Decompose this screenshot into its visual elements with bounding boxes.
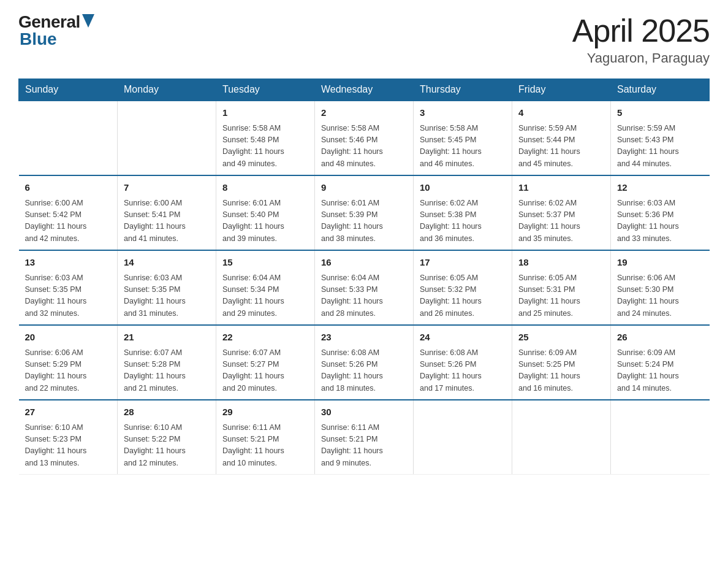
day-info: Sunrise: 6:07 AM Sunset: 5:28 PM Dayligh…: [124, 347, 210, 395]
day-info: Sunrise: 6:09 AM Sunset: 5:25 PM Dayligh…: [518, 347, 604, 395]
calendar-cell: 17Sunrise: 6:05 AM Sunset: 5:32 PM Dayli…: [414, 250, 512, 325]
day-info: Sunrise: 6:08 AM Sunset: 5:26 PM Dayligh…: [321, 347, 407, 395]
day-number: 29: [222, 405, 308, 419]
weekday-header-thursday: Thursday: [414, 79, 512, 101]
day-number: 22: [222, 331, 308, 345]
day-info: Sunrise: 6:08 AM Sunset: 5:26 PM Dayligh…: [420, 347, 506, 395]
calendar-cell: 19Sunrise: 6:06 AM Sunset: 5:30 PM Dayli…: [611, 250, 710, 325]
day-info: Sunrise: 6:05 AM Sunset: 5:32 PM Dayligh…: [420, 272, 506, 320]
day-number: 19: [617, 256, 703, 270]
day-info: Sunrise: 6:07 AM Sunset: 5:27 PM Dayligh…: [222, 347, 308, 395]
calendar-cell: 6Sunrise: 6:00 AM Sunset: 5:42 PM Daylig…: [19, 175, 118, 250]
calendar-cell: 23Sunrise: 6:08 AM Sunset: 5:26 PM Dayli…: [315, 325, 414, 400]
day-info: Sunrise: 6:10 AM Sunset: 5:22 PM Dayligh…: [124, 422, 210, 470]
calendar-cell: 30Sunrise: 6:11 AM Sunset: 5:21 PM Dayli…: [315, 400, 414, 475]
day-number: 21: [124, 331, 210, 345]
day-info: Sunrise: 6:06 AM Sunset: 5:29 PM Dayligh…: [25, 347, 112, 395]
calendar-cell: [118, 101, 216, 175]
calendar-cell: 4Sunrise: 5:59 AM Sunset: 5:44 PM Daylig…: [512, 101, 611, 175]
calendar-cell: 7Sunrise: 6:00 AM Sunset: 5:41 PM Daylig…: [118, 175, 216, 250]
logo: General Blue: [18, 12, 94, 49]
calendar-cell: 25Sunrise: 6:09 AM Sunset: 5:25 PM Dayli…: [512, 325, 611, 400]
day-number: 26: [617, 331, 703, 345]
calendar-cell: 11Sunrise: 6:02 AM Sunset: 5:37 PM Dayli…: [512, 175, 611, 250]
calendar-week-row: 6Sunrise: 6:00 AM Sunset: 5:42 PM Daylig…: [19, 175, 710, 250]
calendar-cell: 21Sunrise: 6:07 AM Sunset: 5:28 PM Dayli…: [118, 325, 216, 400]
day-number: 30: [321, 405, 407, 419]
calendar-cell: [611, 400, 710, 475]
calendar-cell: 26Sunrise: 6:09 AM Sunset: 5:24 PM Dayli…: [611, 325, 710, 400]
logo-blue-text: Blue: [20, 29, 57, 49]
day-number: 24: [420, 331, 506, 345]
weekday-header-saturday: Saturday: [611, 79, 710, 101]
calendar-cell: 12Sunrise: 6:03 AM Sunset: 5:36 PM Dayli…: [611, 175, 710, 250]
day-number: 4: [518, 106, 604, 120]
day-info: Sunrise: 6:04 AM Sunset: 5:34 PM Dayligh…: [222, 272, 308, 320]
day-info: Sunrise: 5:58 AM Sunset: 5:45 PM Dayligh…: [420, 123, 506, 170]
calendar-cell: 8Sunrise: 6:01 AM Sunset: 5:40 PM Daylig…: [216, 175, 315, 250]
day-info: Sunrise: 5:58 AM Sunset: 5:48 PM Dayligh…: [222, 123, 308, 170]
day-info: Sunrise: 6:03 AM Sunset: 5:35 PM Dayligh…: [25, 272, 112, 320]
calendar-cell: 16Sunrise: 6:04 AM Sunset: 5:33 PM Dayli…: [315, 250, 414, 325]
location-subtitle: Yaguaron, Paraguay: [572, 50, 710, 66]
calendar-cell: 3Sunrise: 5:58 AM Sunset: 5:45 PM Daylig…: [414, 101, 512, 175]
day-info: Sunrise: 6:05 AM Sunset: 5:31 PM Dayligh…: [518, 272, 604, 320]
day-number: 27: [25, 405, 112, 419]
day-info: Sunrise: 6:00 AM Sunset: 5:42 PM Dayligh…: [25, 197, 112, 245]
day-number: 11: [518, 181, 604, 195]
weekday-header-row: SundayMondayTuesdayWednesdayThursdayFrid…: [19, 79, 710, 101]
day-info: Sunrise: 6:01 AM Sunset: 5:40 PM Dayligh…: [222, 197, 308, 245]
calendar-cell: 28Sunrise: 6:10 AM Sunset: 5:22 PM Dayli…: [118, 400, 216, 475]
day-info: Sunrise: 6:11 AM Sunset: 5:21 PM Dayligh…: [321, 422, 407, 470]
day-number: 7: [124, 181, 210, 195]
day-info: Sunrise: 6:10 AM Sunset: 5:23 PM Dayligh…: [25, 422, 112, 470]
day-number: 3: [420, 106, 506, 120]
calendar-cell: 2Sunrise: 5:58 AM Sunset: 5:46 PM Daylig…: [315, 101, 414, 175]
svg-marker-0: [82, 14, 94, 28]
day-number: 23: [321, 331, 407, 345]
day-number: 20: [25, 331, 112, 345]
day-info: Sunrise: 6:03 AM Sunset: 5:35 PM Dayligh…: [124, 272, 210, 320]
day-info: Sunrise: 6:04 AM Sunset: 5:33 PM Dayligh…: [321, 272, 407, 320]
day-number: 14: [124, 256, 210, 270]
calendar-cell: 14Sunrise: 6:03 AM Sunset: 5:35 PM Dayli…: [118, 250, 216, 325]
title-area: April 2025 Yaguaron, Paraguay: [572, 12, 710, 66]
day-info: Sunrise: 6:02 AM Sunset: 5:38 PM Dayligh…: [420, 197, 506, 245]
calendar-table: SundayMondayTuesdayWednesdayThursdayFrid…: [18, 79, 710, 475]
calendar-cell: [512, 400, 611, 475]
day-info: Sunrise: 6:01 AM Sunset: 5:39 PM Dayligh…: [321, 197, 407, 245]
day-number: 16: [321, 256, 407, 270]
day-info: Sunrise: 5:59 AM Sunset: 5:44 PM Dayligh…: [518, 123, 604, 170]
calendar-week-row: 13Sunrise: 6:03 AM Sunset: 5:35 PM Dayli…: [19, 250, 710, 325]
weekday-header-sunday: Sunday: [19, 79, 118, 101]
day-number: 12: [617, 181, 703, 195]
day-number: 1: [222, 106, 308, 120]
day-info: Sunrise: 5:59 AM Sunset: 5:43 PM Dayligh…: [617, 123, 703, 170]
day-number: 13: [25, 256, 112, 270]
day-info: Sunrise: 6:02 AM Sunset: 5:37 PM Dayligh…: [518, 197, 604, 245]
day-number: 6: [25, 181, 112, 195]
calendar-cell: 27Sunrise: 6:10 AM Sunset: 5:23 PM Dayli…: [19, 400, 118, 475]
calendar-cell: [19, 101, 118, 175]
day-number: 8: [222, 181, 308, 195]
day-number: 25: [518, 331, 604, 345]
calendar-cell: 9Sunrise: 6:01 AM Sunset: 5:39 PM Daylig…: [315, 175, 414, 250]
weekday-header-wednesday: Wednesday: [315, 79, 414, 101]
day-number: 2: [321, 106, 407, 120]
calendar-cell: 22Sunrise: 6:07 AM Sunset: 5:27 PM Dayli…: [216, 325, 315, 400]
weekday-header-monday: Monday: [118, 79, 216, 101]
calendar-cell: 20Sunrise: 6:06 AM Sunset: 5:29 PM Dayli…: [19, 325, 118, 400]
day-number: 15: [222, 256, 308, 270]
weekday-header-tuesday: Tuesday: [216, 79, 315, 101]
day-info: Sunrise: 6:03 AM Sunset: 5:36 PM Dayligh…: [617, 197, 703, 245]
calendar-cell: 29Sunrise: 6:11 AM Sunset: 5:21 PM Dayli…: [216, 400, 315, 475]
day-number: 18: [518, 256, 604, 270]
day-number: 17: [420, 256, 506, 270]
calendar-cell: 24Sunrise: 6:08 AM Sunset: 5:26 PM Dayli…: [414, 325, 512, 400]
calendar-cell: [414, 400, 512, 475]
day-number: 28: [124, 405, 210, 419]
calendar-cell: 5Sunrise: 5:59 AM Sunset: 5:43 PM Daylig…: [611, 101, 710, 175]
day-info: Sunrise: 6:11 AM Sunset: 5:21 PM Dayligh…: [222, 422, 308, 470]
day-info: Sunrise: 5:58 AM Sunset: 5:46 PM Dayligh…: [321, 123, 407, 170]
calendar-cell: 1Sunrise: 5:58 AM Sunset: 5:48 PM Daylig…: [216, 101, 315, 175]
